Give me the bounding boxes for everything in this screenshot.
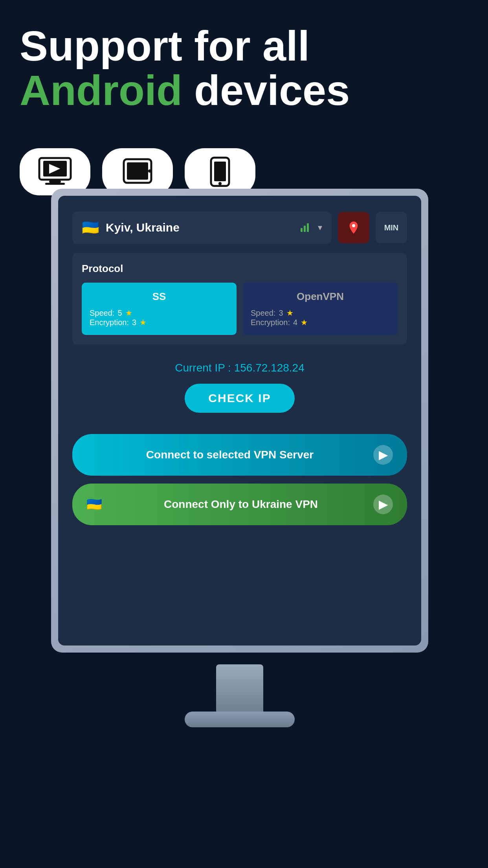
tv-body: 🇺🇦 Kyiv, Ukraine ▾ bbox=[51, 189, 428, 653]
min-label: MIN bbox=[384, 223, 399, 232]
phone-icon-btn[interactable] bbox=[185, 148, 255, 195]
connect-vpn-server-label: Connect to selected VPN Server bbox=[86, 449, 373, 461]
svg-rect-11 bbox=[301, 228, 303, 232]
protocol-openvpn[interactable]: OpenVPN Speed: 3 ★ Encryption: 4 ★ bbox=[243, 283, 398, 335]
connect-vpn-arrow-icon: ▶ bbox=[373, 445, 393, 465]
server-name: Kyiv, Ukraine bbox=[106, 221, 294, 234]
svg-point-14 bbox=[352, 224, 355, 227]
protocol-options: SS Speed: 5 ★ Encryption: 3 ★ bbox=[82, 283, 398, 335]
openvpn-encryption-star-icon: ★ bbox=[301, 318, 308, 327]
protocol-ss-speed: Speed: 5 ★ bbox=[90, 308, 229, 318]
svg-rect-9 bbox=[214, 162, 226, 181]
speed-star-icon: ★ bbox=[125, 308, 132, 318]
svg-rect-4 bbox=[45, 183, 65, 185]
signal-icon bbox=[301, 221, 312, 235]
headline-line1: Support for all bbox=[20, 22, 310, 70]
protocol-section: Protocol SS Speed: 5 ★ Encryption: 3 bbox=[72, 253, 407, 344]
device-icons-row bbox=[0, 148, 488, 195]
connect-ukraine-vpn-button[interactable]: 🇺🇦 Connect Only to Ukraine VPN ▶ bbox=[72, 484, 407, 525]
tablet-icon-btn[interactable] bbox=[102, 148, 173, 195]
phone-icon bbox=[202, 156, 238, 188]
svg-point-10 bbox=[218, 182, 222, 185]
connect-ukraine-vpn-label: Connect Only to Ukraine VPN bbox=[108, 498, 373, 511]
tablet-icon bbox=[120, 156, 155, 188]
protocol-label: Protocol bbox=[82, 263, 398, 275]
tv-icon bbox=[37, 156, 73, 188]
connect-ukraine-arrow-icon: ▶ bbox=[373, 495, 393, 514]
svg-rect-12 bbox=[304, 226, 306, 232]
tv-mockup: 🇺🇦 Kyiv, Ukraine ▾ bbox=[51, 189, 488, 771]
headline-android: Android bbox=[20, 66, 182, 114]
connect-section: Connect to selected VPN Server ▶ 🇺🇦 Conn… bbox=[72, 434, 407, 525]
protocol-ss[interactable]: SS Speed: 5 ★ Encryption: 3 ★ bbox=[82, 283, 237, 335]
tv-icon-btn[interactable] bbox=[20, 148, 90, 195]
headline-devices: devices bbox=[182, 66, 350, 114]
protocol-openvpn-speed: Speed: 3 ★ bbox=[251, 308, 390, 318]
chevron-down-icon: ▾ bbox=[318, 223, 322, 233]
protocol-openvpn-name: OpenVPN bbox=[251, 291, 390, 303]
header-section: Support for all Android devices bbox=[0, 0, 488, 129]
min-btn[interactable]: MIN bbox=[376, 212, 407, 243]
ukraine-flag-icon: 🇺🇦 bbox=[86, 497, 102, 512]
connect-vpn-server-button[interactable]: Connect to selected VPN Server ▶ bbox=[72, 434, 407, 476]
protocol-ss-name: SS bbox=[90, 291, 229, 303]
check-ip-button[interactable]: CHECK IP bbox=[185, 384, 294, 413]
svg-point-7 bbox=[148, 169, 151, 173]
tv-stand bbox=[216, 664, 263, 715]
svg-rect-13 bbox=[307, 223, 309, 232]
current-ip-display: Current IP : 156.72.128.24 bbox=[80, 362, 399, 374]
svg-rect-3 bbox=[49, 180, 61, 183]
ip-section: Current IP : 156.72.128.24 CHECK IP bbox=[72, 354, 407, 421]
server-flag: 🇺🇦 bbox=[82, 219, 99, 236]
protocol-openvpn-encryption: Encryption: 4 ★ bbox=[251, 318, 390, 327]
encryption-star-icon: ★ bbox=[139, 318, 147, 327]
server-row: 🇺🇦 Kyiv, Ukraine ▾ bbox=[72, 211, 407, 244]
tv-stand-base bbox=[185, 712, 295, 727]
openvpn-speed-star-icon: ★ bbox=[286, 308, 294, 318]
protocol-ss-encryption: Encryption: 3 ★ bbox=[90, 318, 229, 327]
tv-screen: 🇺🇦 Kyiv, Ukraine ▾ bbox=[58, 196, 421, 645]
svg-rect-6 bbox=[127, 162, 148, 180]
headline: Support for all Android devices bbox=[20, 24, 468, 113]
server-selector[interactable]: 🇺🇦 Kyiv, Ukraine ▾ bbox=[72, 211, 332, 244]
location-btn[interactable] bbox=[338, 212, 369, 243]
